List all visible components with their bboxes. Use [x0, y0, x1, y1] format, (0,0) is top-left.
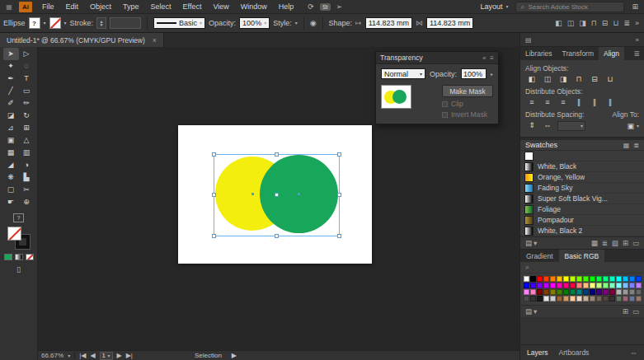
- color-swatch[interactable]: [563, 276, 569, 282]
- collapse-panels-icon[interactable]: »: [636, 36, 639, 44]
- prev-artboard-icon[interactable]: ◀: [90, 352, 95, 359]
- swatch-fading-sky[interactable]: Fading Sky: [520, 183, 644, 194]
- align-right-icon[interactable]: ◨: [557, 74, 570, 85]
- new-swatch-icon[interactable]: ⊞: [623, 307, 628, 316]
- align-left-icon[interactable]: ◧: [525, 74, 538, 85]
- color-swatch[interactable]: [557, 276, 562, 282]
- eraser-tool[interactable]: ◪: [3, 110, 19, 122]
- selection-center-point[interactable]: [275, 193, 279, 197]
- stroke-weight-field[interactable]: [110, 17, 141, 29]
- pen-tool[interactable]: ✒: [3, 72, 19, 85]
- swatch-orange-yellow[interactable]: Orange, Yellow: [520, 172, 644, 183]
- rectangle-tool[interactable]: ▭: [19, 85, 35, 97]
- menu-item[interactable]: Type: [117, 2, 145, 11]
- color-swatch[interactable]: [550, 296, 556, 302]
- rotate-tool[interactable]: ↻: [19, 110, 35, 122]
- menu-item[interactable]: View: [207, 2, 234, 11]
- artboard-number-field[interactable]: 1 ▾: [100, 352, 113, 360]
- color-swatch[interactable]: [530, 276, 536, 282]
- palette-search-row[interactable]: ⌕: [520, 262, 644, 274]
- color-swatch[interactable]: [550, 289, 556, 295]
- palette-tab[interactable]: Basic RGB: [559, 250, 605, 262]
- distribute-v-center-icon[interactable]: ≡: [541, 97, 554, 108]
- color-swatch[interactable]: [616, 289, 622, 295]
- sync-icon[interactable]: ⟳: [308, 3, 314, 11]
- align-top-icon[interactable]: ⊓: [591, 19, 597, 27]
- color-swatch[interactable]: [557, 296, 562, 302]
- distribute-right-icon[interactable]: ∥: [604, 97, 617, 108]
- color-swatch[interactable]: [623, 296, 628, 302]
- color-mode-button[interactable]: [4, 254, 12, 260]
- none-mode-button[interactable]: [26, 254, 34, 260]
- color-swatch[interactable]: [563, 289, 569, 295]
- link-dimensions-icon[interactable]: ⋈: [416, 19, 423, 27]
- first-artboard-icon[interactable]: |◀: [79, 352, 86, 359]
- menu-item[interactable]: Help: [273, 2, 300, 11]
- transparency-panel-header[interactable]: Transparency « ≡: [376, 52, 498, 64]
- lasso-tool[interactable]: ◌: [19, 60, 35, 72]
- share-icon[interactable]: ➢: [336, 3, 343, 11]
- color-swatch[interactable]: [543, 296, 549, 302]
- color-swatch[interactable]: [590, 296, 595, 302]
- color-swatch[interactable]: [636, 289, 642, 295]
- opacity-field[interactable]: 100% ▾: [239, 17, 270, 29]
- search-input[interactable]: [529, 3, 620, 11]
- color-swatch[interactable]: [530, 289, 536, 295]
- color-swatch[interactable]: [543, 283, 549, 288]
- swatch-white-black[interactable]: White, Black: [520, 161, 644, 172]
- symbol-sprayer-tool[interactable]: ❋: [3, 171, 19, 184]
- color-swatch[interactable]: [596, 289, 602, 295]
- color-swatch[interactable]: [550, 283, 556, 288]
- direct-selection-tool[interactable]: ▷: [19, 48, 35, 60]
- color-swatch[interactable]: [570, 289, 576, 295]
- color-swatch[interactable]: [530, 283, 536, 288]
- swatch-pompadour[interactable]: Pompadour: [520, 215, 644, 226]
- handle-se[interactable]: [337, 234, 341, 238]
- palette-tab[interactable]: Gradient: [520, 250, 559, 262]
- color-swatch[interactable]: [636, 283, 642, 288]
- color-swatch[interactable]: [629, 276, 635, 282]
- stepper-down-icon[interactable]: ▼: [100, 23, 104, 26]
- apps-grid-icon[interactable]: ⊞: [632, 2, 638, 11]
- mesh-tool[interactable]: ▦: [3, 147, 19, 159]
- style-caret-icon[interactable]: ▾: [295, 21, 298, 26]
- color-swatch[interactable]: [583, 276, 589, 282]
- checkbox-icon[interactable]: [442, 101, 448, 107]
- dock-tab[interactable]: Transform: [557, 47, 599, 60]
- stroke-caret-icon[interactable]: ▾: [64, 21, 67, 26]
- help-icon[interactable]: ?: [13, 213, 24, 222]
- color-swatch[interactable]: [596, 283, 602, 288]
- menu-item[interactable]: Edit: [60, 2, 85, 11]
- handle-nw[interactable]: [212, 152, 216, 157]
- color-swatch[interactable]: [629, 296, 635, 302]
- transparency-opacity-field[interactable]: 100%: [461, 68, 487, 79]
- shape-width-field[interactable]: 114.823 mm: [365, 17, 412, 29]
- align-top-icon[interactable]: ⊓: [572, 74, 585, 85]
- panel-menu-icon[interactable]: ≣: [629, 47, 644, 60]
- color-swatch[interactable]: [537, 283, 543, 288]
- color-swatch[interactable]: [576, 289, 582, 295]
- collapse-icon[interactable]: «: [482, 54, 486, 62]
- align-v-center-icon[interactable]: ⊟: [588, 74, 601, 85]
- swatch-options-icon[interactable]: ≣: [602, 239, 608, 247]
- color-swatch[interactable]: [583, 283, 589, 288]
- menu-item[interactable]: Window: [235, 2, 273, 11]
- color-swatch[interactable]: [623, 276, 628, 282]
- invert-mask-checkbox[interactable]: Invert Mask: [442, 110, 487, 119]
- panel-resize-icon[interactable]: ⇔: [630, 348, 637, 357]
- color-swatch[interactable]: [543, 289, 549, 295]
- color-swatch[interactable]: [543, 276, 549, 282]
- color-swatch[interactable]: [623, 283, 628, 288]
- color-swatch[interactable]: [524, 296, 529, 302]
- status-arrow-icon[interactable]: ▶: [232, 352, 237, 359]
- swatch-super-soft-black-vignette[interactable]: Super Soft Black Vig...: [520, 194, 644, 204]
- free-transform-tool[interactable]: ⊞: [19, 122, 35, 134]
- bottom-tab[interactable]: Layers: [527, 348, 548, 357]
- zoom-caret-icon[interactable]: ▾: [68, 353, 70, 358]
- color-swatch[interactable]: [616, 276, 622, 282]
- workspace-switcher[interactable]: Layout ▾: [480, 2, 508, 11]
- color-swatch[interactable]: [557, 289, 562, 295]
- color-swatch[interactable]: [570, 296, 576, 302]
- panel-menu-icon[interactable]: ≡: [490, 54, 494, 62]
- hand-tool[interactable]: ☛: [3, 196, 19, 208]
